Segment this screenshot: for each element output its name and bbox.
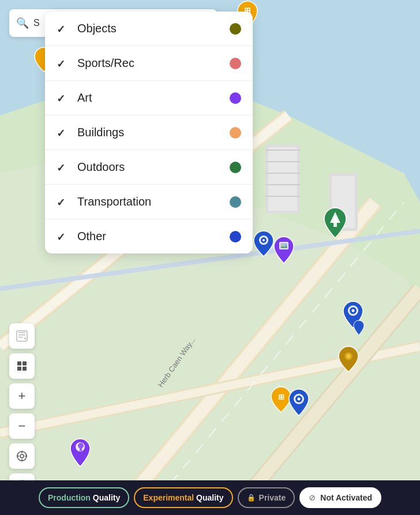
color-dot-outdoors — [230, 162, 241, 173]
grid-icon — [16, 360, 28, 372]
private-badge[interactable]: 🔒 Private — [238, 487, 295, 508]
check-buildings: ✓ — [57, 127, 68, 139]
svg-rect-41 — [22, 367, 27, 371]
check-objects: ✓ — [57, 23, 68, 35]
filter-label-outdoors: Outdoors — [77, 161, 230, 174]
locate-button[interactable] — [9, 443, 35, 469]
minus-icon: − — [18, 419, 26, 434]
svg-point-25 — [352, 309, 355, 312]
filter-item-objects[interactable]: ✓ Objects — [45, 12, 253, 46]
filter-item-buildings[interactable]: ✓ Buildings — [45, 115, 253, 150]
experimental-label: Experimental Quality — [143, 493, 223, 502]
filter-dropdown: ✓ Objects ✓ Sports/Rec ✓ Art ✓ Buildings… — [45, 12, 253, 253]
svg-point-43 — [20, 454, 24, 458]
private-label: Private — [259, 493, 286, 502]
check-art: ✓ — [57, 92, 68, 104]
check-transportation: ✓ — [57, 196, 68, 208]
svg-point-15 — [262, 239, 265, 241]
svg-rect-39 — [22, 361, 27, 365]
filter-label-sports: Sports/Rec — [77, 57, 230, 70]
svg-text:⊞: ⊞ — [278, 393, 284, 401]
svg-point-31 — [298, 398, 301, 401]
color-dot-objects — [230, 23, 241, 35]
edit-icon — [16, 330, 28, 342]
check-sports: ✓ — [57, 58, 68, 69]
marker-green-tree — [322, 207, 348, 241]
plus-icon: + — [18, 389, 26, 404]
filter-item-outdoors[interactable]: ✓ Outdoors — [45, 150, 253, 185]
edit-tool-button[interactable] — [9, 323, 35, 349]
marker-blue-double — [340, 300, 366, 343]
lock-icon: 🔒 — [247, 494, 256, 502]
check-other: ✓ — [57, 231, 68, 242]
filter-label-art: Art — [77, 91, 230, 105]
color-dot-art — [230, 92, 241, 104]
experimental-badge[interactable]: Experimental Quality — [134, 487, 232, 508]
marker-purple-lightbulb — [68, 438, 92, 470]
svg-rect-40 — [17, 367, 21, 371]
left-toolbar: + − 🌐 — [9, 323, 35, 499]
filter-label-transportation: Transportation — [77, 195, 230, 208]
marker-purple-image — [272, 236, 295, 267]
not-activated-label: Not Activated — [320, 493, 372, 502]
color-dot-other — [230, 231, 241, 242]
svg-rect-38 — [17, 361, 21, 365]
filter-item-sports[interactable]: ✓ Sports/Rec — [45, 46, 253, 81]
production-label: Production Quality — [48, 493, 120, 502]
filter-label-other: Other — [77, 230, 230, 243]
filter-item-other[interactable]: ✓ Other — [45, 219, 253, 253]
color-dot-buildings — [230, 127, 241, 139]
svg-point-19 — [282, 244, 283, 246]
svg-point-27 — [346, 354, 351, 359]
marker-gold — [337, 345, 359, 375]
production-badge[interactable]: Production Quality — [39, 487, 129, 508]
filter-item-transportation[interactable]: ✓ Transportation — [45, 185, 253, 219]
search-icon: 🔍 — [16, 17, 29, 29]
color-dot-sports — [230, 58, 241, 69]
svg-rect-22 — [333, 223, 337, 227]
check-outdoors: ✓ — [57, 162, 68, 173]
slash-circle-icon: ⊘ — [309, 493, 316, 502]
zoom-in-button[interactable]: + — [9, 383, 35, 409]
marker-blue-circle — [253, 230, 275, 260]
filter-item-art[interactable]: ✓ Art — [45, 81, 253, 115]
locate-icon — [16, 450, 28, 462]
status-bar: Production Quality Experimental Quality … — [0, 480, 420, 515]
not-activated-badge[interactable]: ⊘ Not Activated — [299, 487, 381, 508]
svg-rect-33 — [80, 450, 82, 451]
zoom-out-button[interactable]: − — [9, 413, 35, 439]
color-dot-transportation — [230, 196, 241, 208]
filter-label-objects: Objects — [77, 22, 230, 35]
svg-rect-4 — [268, 147, 297, 211]
filter-label-buildings: Buildings — [77, 126, 230, 139]
grid-tool-button[interactable] — [9, 353, 35, 379]
marker-blue-bottom — [287, 388, 310, 419]
